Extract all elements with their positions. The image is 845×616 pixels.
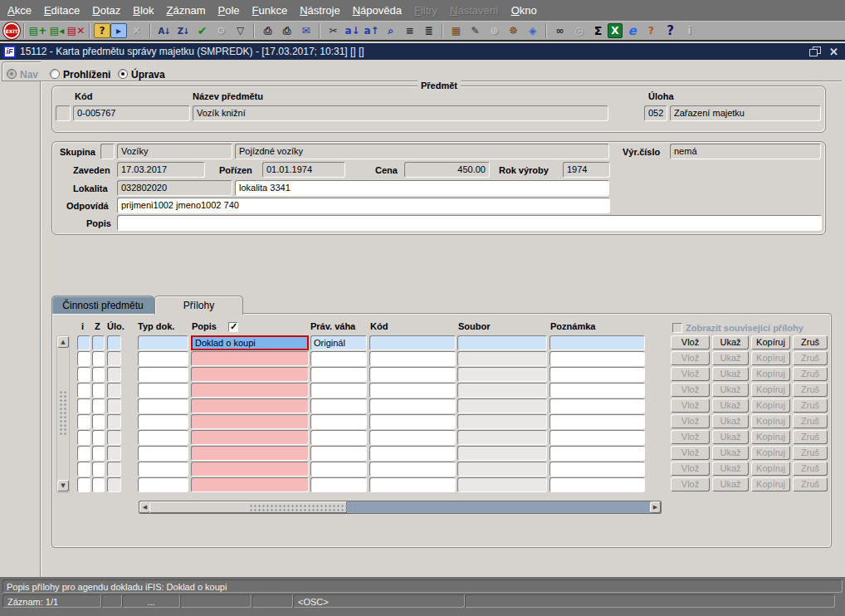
cell-soubor[interactable] [457, 414, 547, 429]
menu-zaznam[interactable]: Záznam [167, 4, 206, 17]
cell-prav-vaha[interactable] [310, 398, 367, 413]
lokalita-kod-field[interactable]: 032802020 [117, 180, 232, 196]
cell-typ-dok[interactable] [138, 351, 188, 366]
cell-typ-dok[interactable] [138, 335, 188, 350]
delete-record-icon[interactable]: ▤✕ [66, 22, 85, 39]
outline-list-icon[interactable]: ≡ [400, 22, 419, 39]
cell-typ-dok[interactable] [138, 398, 188, 413]
kod-field[interactable]: 0-005767 [73, 105, 190, 121]
cell-z[interactable] [92, 414, 105, 429]
menu-akce[interactable]: Akce [7, 4, 32, 17]
lokalita-nazev-field[interactable]: lokalita 3341 [235, 180, 609, 196]
cell-i[interactable] [77, 367, 90, 382]
commit-icon[interactable]: ✔ [193, 22, 212, 39]
cell-ulo[interactable] [107, 477, 121, 492]
cell-ulo[interactable] [107, 446, 121, 461]
nazev-predmetu-field[interactable]: Vozík knižní [193, 105, 608, 121]
cell-ulo[interactable] [107, 430, 121, 445]
cell-kod[interactable] [369, 398, 456, 413]
popis-field[interactable] [117, 215, 822, 231]
cell-ulo[interactable] [107, 335, 121, 350]
cut-icon[interactable]: ✂ [324, 22, 343, 39]
cell-i[interactable] [77, 383, 90, 398]
sum-icon[interactable]: Σ [589, 22, 608, 39]
cell-i[interactable] [77, 462, 90, 477]
cell-soubor[interactable] [457, 367, 547, 382]
cell-popis[interactable]: Doklad o koupi [191, 335, 309, 350]
cell-soubor[interactable] [457, 446, 547, 461]
cell-kod[interactable] [369, 367, 456, 382]
menu-pole[interactable]: Pole [218, 4, 240, 17]
cell-soubor[interactable] [457, 351, 547, 366]
cell-i[interactable] [77, 414, 90, 429]
cell-popis[interactable] [191, 351, 309, 366]
copy-format-icon[interactable]: a↑ [362, 22, 381, 39]
cell-typ-dok[interactable] [138, 367, 188, 382]
skupina-nazev-field[interactable]: Pojízdné vozíky [235, 144, 609, 159]
cell-ulo[interactable] [107, 367, 121, 382]
uprava-radio[interactable] [118, 69, 128, 79]
cell-typ-dok[interactable] [138, 383, 188, 398]
cell-poznamka[interactable] [549, 335, 645, 350]
excel-export-icon[interactable]: X [608, 23, 623, 38]
cell-typ-dok[interactable] [138, 414, 188, 429]
cell-i[interactable] [77, 477, 90, 492]
outline-tree-icon[interactable]: ≣ [419, 22, 438, 39]
zoom-document-icon[interactable]: ⌕ [381, 22, 400, 39]
cell-popis[interactable] [191, 367, 309, 382]
cell-soubor[interactable] [457, 477, 547, 492]
cell-kod[interactable] [369, 446, 456, 461]
restore-window-icon[interactable] [809, 46, 821, 56]
cell-prav-vaha[interactable] [310, 383, 367, 398]
cell-i[interactable] [77, 335, 90, 350]
cell-kod[interactable] [369, 351, 456, 366]
cell-z[interactable] [92, 351, 105, 366]
vloz-button[interactable]: Vlož [671, 335, 710, 350]
cell-prav-vaha[interactable] [310, 367, 367, 382]
cell-poznamka[interactable] [549, 414, 645, 429]
show-related-checkbox[interactable] [672, 323, 682, 333]
cell-soubor[interactable] [457, 430, 547, 445]
cell-kod[interactable] [369, 430, 456, 445]
document-edit-icon[interactable]: ✎ [466, 22, 485, 39]
cell-typ-dok[interactable] [138, 446, 188, 461]
cell-z[interactable] [92, 367, 105, 382]
skupina-kod-field[interactable]: Vozíky [117, 144, 232, 159]
cell-popis[interactable] [191, 414, 309, 429]
cell-popis[interactable] [191, 462, 309, 477]
cell-z[interactable] [92, 383, 105, 398]
cell-ulo[interactable] [107, 414, 121, 429]
cell-popis[interactable] [191, 398, 309, 413]
paste-format-icon[interactable]: a↓ [343, 22, 362, 39]
cell-z[interactable] [92, 398, 105, 413]
cell-i[interactable] [77, 351, 90, 366]
cell-ulo[interactable] [107, 398, 121, 413]
cell-z[interactable] [92, 462, 105, 477]
cell-ulo[interactable] [107, 462, 121, 477]
cell-prav-vaha[interactable] [310, 446, 367, 461]
execute-query-icon[interactable]: ▸ [110, 23, 127, 38]
calendar-icon[interactable]: ▦ [447, 22, 466, 39]
cell-ulo[interactable] [107, 383, 121, 398]
cena-field[interactable]: 450.00 [404, 162, 490, 178]
cell-typ-dok[interactable] [138, 430, 188, 445]
cell-i[interactable] [77, 446, 90, 461]
web-browser-icon[interactable]: e [623, 22, 642, 39]
cell-soubor[interactable] [457, 462, 547, 477]
cell-popis[interactable] [191, 477, 309, 492]
zaveden-field[interactable]: 17.03.2017 [117, 162, 205, 178]
cell-poznamka[interactable] [549, 383, 645, 398]
print-send-icon[interactable]: ⎙ [277, 22, 296, 39]
predmet-flag-field[interactable] [56, 105, 71, 121]
cell-kod[interactable] [369, 383, 456, 398]
cell-z[interactable] [92, 446, 105, 461]
insert-record-icon[interactable]: ▤+ [28, 22, 47, 39]
sort-ascending-icon[interactable]: A↓ [154, 22, 173, 39]
cell-popis[interactable] [191, 446, 309, 461]
cell-z[interactable] [92, 335, 105, 350]
tab-prilohy[interactable]: Přílohy [154, 296, 243, 315]
uloha-kod-field[interactable]: 052 [644, 105, 667, 121]
ifis-clock-icon[interactable]: ◷ [569, 22, 589, 39]
cell-i[interactable] [77, 398, 90, 413]
cell-soubor[interactable] [457, 335, 547, 350]
